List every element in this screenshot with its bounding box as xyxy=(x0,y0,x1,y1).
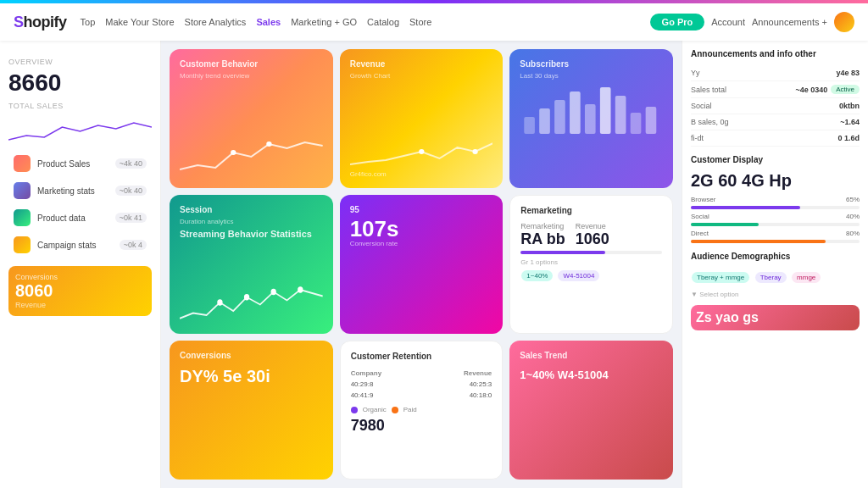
card-4-subtitle: Duration analytics xyxy=(180,218,323,225)
nav-store2[interactable]: Store xyxy=(409,17,431,27)
card-subscribers: Subscribers Last 30 days xyxy=(509,49,673,188)
rp-big-num: 2G 60 4G Hp xyxy=(691,171,860,191)
sidebar-item-label-2: Marketing stats xyxy=(37,186,108,196)
rp-stat1-label: Yy xyxy=(691,69,700,77)
svg-rect-11 xyxy=(631,113,642,134)
nav-store[interactable]: Make Your Store xyxy=(105,17,174,27)
rp-value-4: ~1.64 xyxy=(840,118,860,126)
app-logo: Shopify xyxy=(14,14,67,31)
header: Shopify Top Make Your Store Store Analyt… xyxy=(0,3,868,41)
card-remarketing: Remarketing Remarketing RA bb Revenue 10… xyxy=(509,195,673,334)
sidebar-item-label-1: Product Sales xyxy=(37,159,108,169)
nav-catalog[interactable]: Catalog xyxy=(367,17,399,27)
nav-account[interactable]: Account xyxy=(711,17,745,27)
sidebar-item-campaign[interactable]: Campaign stats ~0k 4 xyxy=(8,232,152,258)
row-2-company: 40:41:9 xyxy=(351,390,425,401)
sidebar-item-product-sales[interactable]: Product Sales ~4k 40 xyxy=(8,151,152,176)
sidebar-footer-stat: 8060 xyxy=(15,281,145,301)
svg-rect-4 xyxy=(525,117,536,134)
header-nav: Top Make Your Store Store Analytics Sale… xyxy=(81,17,637,27)
rp-value-5: 0 1.6d xyxy=(837,134,860,142)
svg-rect-9 xyxy=(600,87,611,134)
rp-section3-title: Audience Demographics xyxy=(691,252,860,261)
card-6-val1: RA bb xyxy=(520,230,565,248)
rp-label-4: B sales, 0g xyxy=(691,118,729,126)
card-sales-trend: Sales Trend 1~40% W4-51004 xyxy=(509,341,673,480)
card-6-tag-2: W4-51004 xyxy=(558,270,599,281)
card-6-tag-1: 1~40% xyxy=(521,270,553,281)
card-conversions-daily: Conversions DY% 5e 30i xyxy=(170,341,333,480)
legend-dot-2 xyxy=(392,407,398,413)
nav-sales[interactable]: Sales xyxy=(256,17,281,27)
table-row: 40:29:8 40:25:3 xyxy=(351,379,492,390)
sidebar-badge-4: ~0k 4 xyxy=(120,240,147,250)
avatar[interactable] xyxy=(834,12,854,32)
col-revenue: Revenue xyxy=(425,368,492,379)
sidebar-footer-label: Conversions xyxy=(15,273,145,281)
card-2-extra: Gr4fico.com xyxy=(350,170,493,178)
rp-row-1: Yy y4e 83 xyxy=(691,65,860,81)
card-6-progress xyxy=(520,251,662,254)
rp-label-3: Social xyxy=(691,102,712,110)
sidebar-badge-2: ~0k 40 xyxy=(115,186,147,196)
card-5-title: 95 xyxy=(350,205,493,214)
progress-label-1: Browser xyxy=(691,196,715,203)
table-row: 40:41:9 40:18:0 xyxy=(351,390,492,401)
header-right: Go Pro Account Announcements + xyxy=(650,12,854,32)
progress-bar-1 xyxy=(691,206,860,209)
rp-value-2: ~4e 0340 xyxy=(795,86,827,94)
sidebar-icon-blue xyxy=(14,182,31,199)
card-2-subtitle: Growth Chart xyxy=(350,72,493,80)
sidebar-big-stat: 8660 xyxy=(8,71,152,95)
tag-2: Tberay xyxy=(755,272,787,283)
progress-fill-3 xyxy=(691,240,826,243)
legend-dot-1 xyxy=(351,407,358,413)
nav-top[interactable]: Top xyxy=(81,17,96,27)
sidebar-section-label: Overview xyxy=(8,58,152,66)
card-conversion: 95 107s Conversion rate xyxy=(340,195,504,334)
row-1-revenue: 40:25:3 xyxy=(425,379,492,390)
svg-point-14 xyxy=(244,294,249,301)
main-layout: Overview 8660 Total Sales Product Sales … xyxy=(0,41,868,488)
sidebar-badge-1: ~4k 40 xyxy=(115,158,147,169)
nav-announcements[interactable]: Announcements + xyxy=(752,17,827,27)
card-customer-behavior: Customer Behavior Monthly trend overview xyxy=(170,49,333,188)
svg-rect-8 xyxy=(585,104,596,134)
svg-rect-10 xyxy=(615,96,626,134)
card-3-chart xyxy=(520,83,663,134)
sidebar-icon-green xyxy=(14,209,31,226)
sidebar-icon-orange xyxy=(14,236,31,253)
row-2-revenue: 40:18:0 xyxy=(425,390,492,401)
sidebar-item-product-data[interactable]: Product data ~0k 41 xyxy=(8,205,152,230)
card-6-label1: Remarketing xyxy=(520,222,565,230)
svg-point-1 xyxy=(266,141,271,147)
card-1-subtitle: Monthly trend overview xyxy=(180,72,323,80)
svg-point-15 xyxy=(271,289,276,296)
svg-point-16 xyxy=(298,286,303,293)
go-pro-button[interactable]: Go Pro xyxy=(650,14,705,30)
nav-marketing[interactable]: Marketing + GO xyxy=(291,17,357,27)
card-7-value: DY% 5e 30i xyxy=(180,367,323,385)
nav-analytics[interactable]: Store Analytics xyxy=(185,17,247,27)
card-6-extra: Gr 1 options xyxy=(520,258,662,266)
progress-pct-2: 40% xyxy=(846,213,860,220)
progress-label-2: Social xyxy=(691,213,709,220)
sidebar-item-marketing[interactable]: Marketing stats ~0k 40 xyxy=(8,178,152,203)
rp-label-2: Sales total xyxy=(691,86,726,94)
card-9-title: Sales Trend xyxy=(520,351,663,360)
sidebar-item-label-4: Campaign stats xyxy=(37,241,113,250)
card-6-label2: Revenue xyxy=(576,222,609,230)
rp-select[interactable]: ▼ Select option xyxy=(691,291,860,298)
rp-section-2: Customer Display 2G 60 4G Hp Browser 65%… xyxy=(691,155,860,243)
card-5-value: 107s xyxy=(350,218,493,240)
rp-progress-section: Browser 65% Social 40% Direct 80% xyxy=(691,196,860,243)
rp-value-3: 0ktbn xyxy=(839,102,860,110)
progress-fill-1 xyxy=(691,206,800,209)
card-4-title: Session xyxy=(180,205,323,214)
rp-row-2: Sales total ~4e 0340 Active xyxy=(691,81,860,98)
card-revenue: Revenue Growth Chart Gr4fico.com xyxy=(340,49,504,188)
card-2-chart xyxy=(350,126,493,169)
rp-bottom-card: Zs yao gs xyxy=(691,305,860,330)
rp-badge-2: Active xyxy=(831,85,860,94)
svg-point-0 xyxy=(231,150,236,155)
